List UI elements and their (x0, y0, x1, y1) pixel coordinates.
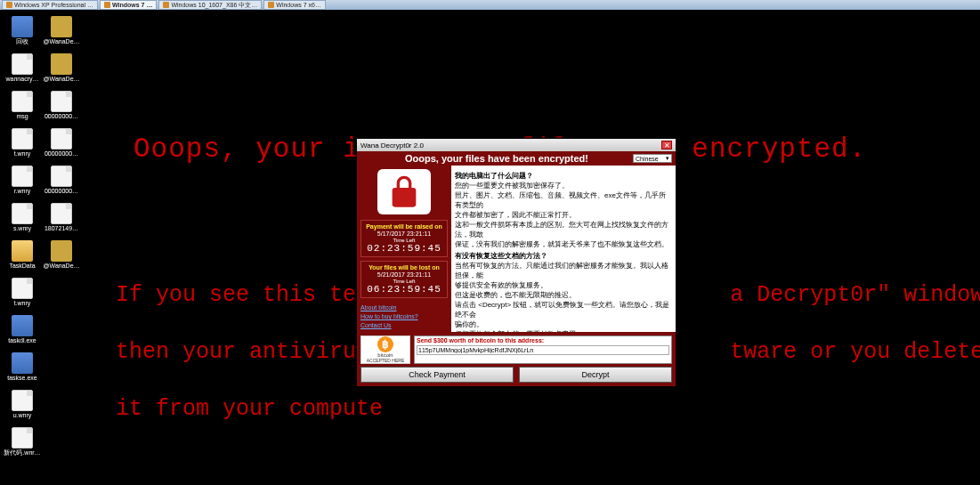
language-select[interactable]: Chinese ▾ (633, 154, 672, 163)
file-icon (12, 128, 33, 150)
file-icon (12, 166, 33, 187)
desktop-icon[interactable]: t.wnry (4, 278, 41, 307)
contact-us-link[interactable]: Contact Us (360, 322, 448, 328)
icon-label: u.wnry (4, 412, 41, 419)
desktop-icon[interactable]: taskse.exe (4, 352, 41, 382)
wana-decryptor-window: Wana Decrypt0r 2.0 ✕ Ooops, your files h… (356, 138, 676, 387)
icon-label: TaskData (4, 263, 41, 270)
files-lost-timer: Your files will be lost on 5/21/2017 23:… (360, 261, 448, 298)
key-icon (51, 16, 72, 37)
key-icon (51, 53, 72, 75)
bitcoin-logo: ฿ bitcoin ACCEPTED HERE (360, 335, 410, 364)
icon-label: @WanaDe… (43, 38, 80, 45)
dialog-left-panel: Payment will be raised on 5/17/2017 23:2… (357, 166, 451, 332)
icon-label: taskse.exe (4, 375, 41, 382)
check-payment-button[interactable]: Check Payment (360, 367, 514, 383)
desktop-icon[interactable]: TaskData (4, 240, 41, 270)
icon-label: msg (4, 113, 41, 120)
exe-icon (12, 352, 33, 374)
lock-icon (377, 169, 431, 214)
vm-tab[interactable]: Windows 7 … (100, 0, 157, 10)
desktop-icon[interactable]: 新代码.wnr… (4, 427, 41, 457)
icon-label: t.wnry (4, 300, 41, 307)
file-icon (12, 390, 33, 411)
desktop-icon[interactable]: 回收 (4, 16, 41, 45)
about-bitcoin-link[interactable]: About bitcoin (360, 304, 448, 311)
exe-icon (12, 16, 33, 37)
close-icon[interactable]: ✕ (661, 141, 672, 150)
icon-label: taskdl.exe (4, 337, 41, 344)
bitcoin-address-input[interactable] (417, 345, 669, 355)
icon-label: s.wnry (4, 225, 41, 232)
payment-instruction: Send $300 worth of bitcoin to this addre… (415, 336, 671, 344)
help-links: About bitcoin How to buy bitcoins? Conta… (360, 302, 448, 328)
chevron-down-icon: ▾ (666, 155, 669, 162)
desktop-icon[interactable]: taskdl.exe (4, 315, 41, 344)
icon-label: wannacry… (4, 76, 41, 83)
vm-icon (6, 2, 12, 8)
icon-label: t.wnry (4, 150, 41, 158)
window-titlebar[interactable]: Wana Decrypt0r 2.0 ✕ (357, 139, 676, 151)
vm-tab[interactable]: Windows XP Professional … (2, 0, 98, 10)
icon-label: r.wnry (4, 188, 41, 195)
desktop-icon[interactable]: u.wnry (4, 390, 41, 419)
desktop-icon[interactable]: t.wnry (4, 128, 41, 158)
dialog-body-text: 我的电脑出了什么问题？ 您的一些重要文件被我加密保存了。 照片、图片、文档、压缩… (451, 166, 676, 332)
header-text: Ooops, your files have been encrypted! (360, 153, 633, 164)
bitcoin-icon: ฿ (377, 336, 393, 352)
file-icon (12, 427, 33, 449)
file-icon (12, 53, 33, 75)
folder-icon (12, 240, 33, 262)
payment-raise-timer: Payment will be raised on 5/17/2017 23:2… (360, 220, 448, 257)
vm-icon (268, 2, 274, 8)
vm-tab-bar: Windows XP Professional … Windows 7 … Wi… (0, 0, 980, 10)
vm-tab[interactable]: Windows 10_1607_X86 中文… (158, 0, 262, 10)
vm-tab[interactable]: Windows 7 x6… (263, 0, 326, 10)
bitcoin-address-box: Send $300 worth of bitcoin to this addre… (414, 335, 672, 364)
desktop-icon[interactable]: r.wnry (4, 166, 41, 195)
dialog-footer: ฿ bitcoin ACCEPTED HERE Send $300 worth … (357, 332, 676, 386)
decrypt-button[interactable]: Decrypt (519, 367, 672, 383)
desktop-icon[interactable]: s.wnry (4, 203, 41, 232)
icon-label: 新代码.wnr… (4, 449, 41, 457)
file-icon (12, 203, 33, 224)
desktop-icon[interactable]: @WanaDe… (43, 16, 80, 45)
desktop-icon[interactable]: wannacry… (4, 53, 41, 83)
icon-label: 回收 (4, 38, 41, 45)
vm-icon (104, 2, 110, 8)
file-icon (12, 278, 33, 299)
vm-icon (163, 2, 169, 8)
exe-icon (12, 315, 33, 336)
window-title: Wana Decrypt0r 2.0 (360, 141, 424, 150)
dialog-header: Ooops, your files have been encrypted! C… (357, 151, 676, 166)
desktop-icon[interactable]: msg (4, 91, 41, 120)
how-to-buy-link[interactable]: How to buy bitcoins? (360, 313, 448, 319)
file-icon (12, 91, 33, 112)
